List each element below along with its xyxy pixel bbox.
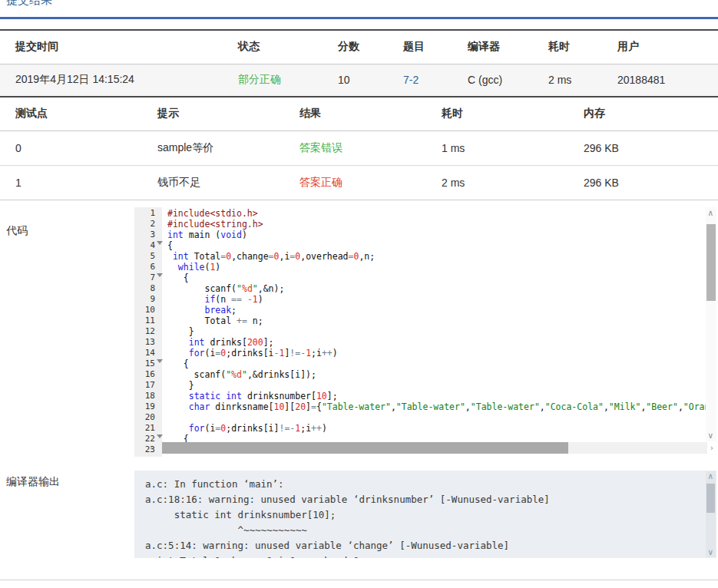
code-token xyxy=(167,348,189,358)
code-token: ]; xyxy=(327,391,338,401)
status-badge: 部分正确 xyxy=(238,73,281,85)
code-line: for(i=0;drinks[i]!=-1;i++) xyxy=(167,422,716,433)
code-token: main ( xyxy=(184,230,220,240)
problem-link[interactable]: 7-2 xyxy=(403,74,419,86)
code-token: (i xyxy=(204,348,215,358)
fold-arrow-icon[interactable] xyxy=(157,359,163,363)
code-line: { xyxy=(167,272,716,282)
result-badge: 答案正确 xyxy=(299,176,342,188)
code-token: ,n; xyxy=(359,251,375,262)
submission-result-link[interactable]: 提交结果 xyxy=(6,0,52,8)
code-editor[interactable]: 1234567891011121314151617181920212223 #i… xyxy=(134,207,716,457)
code-token: "Coca-Cola" xyxy=(545,401,604,412)
tables-area: 提交时间状态分数题目编译器耗时用户 2019年4月12日 14:15:24部分正… xyxy=(0,29,718,200)
code-token: break xyxy=(204,305,231,315)
code-token: 10 xyxy=(316,391,327,401)
submission-score-cell: 10 xyxy=(323,64,388,96)
line-number: 12 xyxy=(134,325,162,336)
code-token: Total xyxy=(167,315,237,326)
code-token: int xyxy=(189,337,205,348)
submission-user-cell: 20188481 xyxy=(602,64,718,96)
code-token: ,change xyxy=(231,251,268,262)
code-token: ;drinks[i] xyxy=(226,423,279,434)
line-number: 17 xyxy=(134,379,162,390)
code-token: (n xyxy=(215,294,231,305)
submission-status-cell: 部分正确 xyxy=(223,64,323,96)
code-horizontal-scrollbar[interactable]: ‹ › xyxy=(155,442,707,454)
code-line: { xyxy=(167,239,716,250)
scroll-down-icon[interactable]: ∨ xyxy=(708,430,713,441)
compiler-vscroll-thumb[interactable] xyxy=(706,484,715,513)
line-number: 13 xyxy=(134,336,162,347)
scroll-up-icon[interactable]: ∧ xyxy=(708,471,713,482)
code-token: 20 xyxy=(295,401,306,412)
code-token: { xyxy=(167,358,189,369)
code-line: while(1) xyxy=(167,261,716,272)
column-header: 题目 xyxy=(388,30,452,64)
code-line: if(n == -1) xyxy=(167,293,716,304)
compiler-vertical-scrollbar[interactable]: ∧ ∨ xyxy=(706,471,716,557)
code-token: char xyxy=(189,401,210,412)
column-header: 耗时 xyxy=(426,97,568,130)
code-token: } xyxy=(167,380,194,391)
fold-arrow-icon[interactable] xyxy=(157,241,163,245)
code-line: #include<stdio.h> xyxy=(167,207,716,218)
compiler-output-line: a.c:5:14: warning: unused variable ‘chan… xyxy=(145,538,706,553)
compiler-output-line: a.c:18:16: warning: unused variable ‘dri… xyxy=(145,492,706,507)
scroll-left-icon[interactable]: ‹ xyxy=(149,442,154,454)
code-token: , xyxy=(465,401,471,412)
code-line: static int drinksnumber[10]; xyxy=(167,390,716,401)
scroll-down-icon[interactable]: ∨ xyxy=(708,547,713,558)
testcase-time-cell: 2 ms xyxy=(426,165,568,200)
code-hscroll-thumb[interactable] xyxy=(162,442,568,454)
code-token: static xyxy=(189,391,221,401)
testcase-header-row: 测试点提示结果耗时内存 xyxy=(0,97,718,130)
testcase-table: 测试点提示结果耗时内存 0sample等价答案错误1 ms296 KB1钱币不足… xyxy=(0,96,718,200)
testcase-hint-cell: 钱币不足 xyxy=(142,165,284,200)
code-token: for xyxy=(189,423,205,434)
line-number: 6 xyxy=(134,261,162,272)
code-token: void xyxy=(220,230,242,240)
code-line: #include<string.h> xyxy=(167,218,716,229)
line-number: 1 xyxy=(134,207,162,218)
scroll-right-icon[interactable]: › xyxy=(709,442,714,454)
code-token: = xyxy=(269,251,274,262)
code-vertical-scrollbar[interactable]: ∧ ∨ xyxy=(706,207,716,441)
code-token: scanf( xyxy=(167,369,226,380)
compiler-output-box[interactable]: a.c: In function ‘main’:a.c:18:16: warni… xyxy=(134,471,716,558)
code-token: ,i xyxy=(279,251,290,262)
column-header: 内存 xyxy=(568,97,718,130)
scroll-up-icon[interactable]: ∧ xyxy=(708,207,713,219)
code-token xyxy=(167,423,189,434)
code-editor-content[interactable]: #include<stdio.h>#include<string.h>int m… xyxy=(167,207,716,457)
testcase-memory-cell: 296 KB xyxy=(568,165,718,200)
code-token: == xyxy=(231,294,242,305)
code-token: int xyxy=(226,391,242,401)
code-token: { xyxy=(167,273,189,283)
testcase-memory-cell: 296 KB xyxy=(568,130,718,165)
code-token: 200 xyxy=(247,337,263,348)
code-vscroll-thumb[interactable] xyxy=(706,224,716,301)
line-number: 16 xyxy=(134,368,162,379)
page-bottom-divider xyxy=(0,580,718,580)
line-number: 8 xyxy=(134,282,162,293)
code-token: " xyxy=(237,283,242,294)
fold-arrow-icon[interactable] xyxy=(157,273,163,277)
code-token: , xyxy=(540,401,545,412)
line-number: 19 xyxy=(134,401,162,411)
fold-arrow-icon[interactable] xyxy=(157,434,163,438)
compiler-output-label: 编译器输出 xyxy=(6,475,60,489)
table-row: 0sample等价答案错误1 ms296 KB xyxy=(0,130,718,165)
code-token: int xyxy=(167,230,184,240)
line-number: 9 xyxy=(134,293,162,304)
column-header: 用户 xyxy=(602,30,718,64)
submission-compiler-cell: C (gcc) xyxy=(452,64,533,96)
code-token: ] xyxy=(306,401,311,412)
code-token: ;drinks[i xyxy=(226,348,273,358)
code-section: 代码 1234567891011121314151617181920212223… xyxy=(0,207,718,457)
line-number: 11 xyxy=(134,315,162,325)
code-token: ++ xyxy=(311,423,322,434)
code-token: %d xyxy=(242,283,253,294)
code-line: } xyxy=(167,379,716,390)
submission-result-page: 提交结果 提交时间状态分数题目编译器耗时用户 2019年4月12日 14:15:… xyxy=(0,0,718,588)
